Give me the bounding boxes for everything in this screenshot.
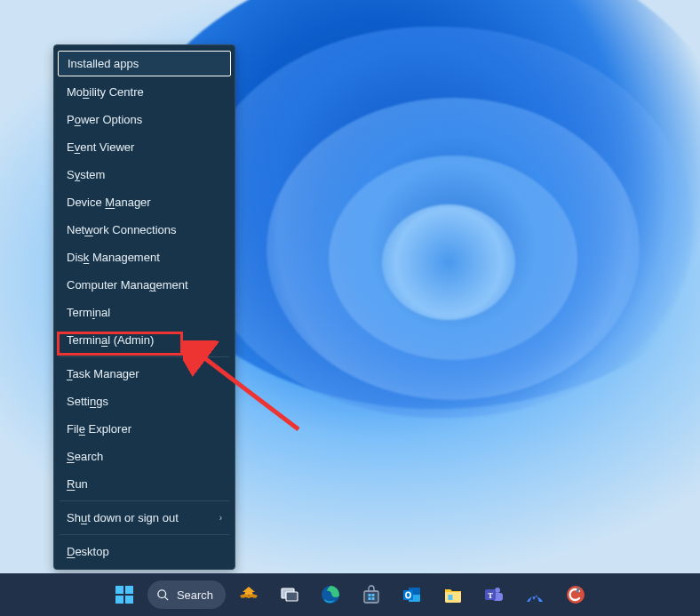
- menu-item-installed-apps[interactable]: Installed apps: [58, 51, 231, 76]
- svg-rect-5: [125, 596, 133, 604]
- menu-item-label: Shut down or sign out: [67, 511, 179, 524]
- menu-item-disk-management[interactable]: Disk Management: [54, 244, 235, 271]
- svg-rect-2: [115, 586, 123, 594]
- menu-item-label: Search: [67, 450, 103, 463]
- windows-icon: [114, 584, 135, 605]
- menu-item-settings[interactable]: Settings: [54, 388, 235, 415]
- menu-item-system[interactable]: System: [54, 161, 235, 188]
- svg-rect-15: [372, 597, 375, 600]
- menu-item-label: Mobility Centre: [67, 85, 144, 99]
- svg-rect-20: [449, 595, 453, 600]
- menu-item-shut-down-or-sign-out[interactable]: Shut down or sign out›: [54, 504, 235, 532]
- menu-item-task-manager[interactable]: Task Manager: [54, 360, 235, 388]
- svg-line-7: [164, 596, 168, 600]
- phoenix-icon: [238, 584, 259, 605]
- menu-item-label: Event Viewer: [67, 140, 134, 154]
- outlook-icon: [402, 584, 423, 605]
- svg-rect-3: [125, 586, 133, 594]
- menu-item-label: Run: [67, 477, 88, 491]
- menu-item-label: Installed apps: [68, 57, 139, 70]
- svg-rect-12: [369, 594, 371, 596]
- menu-item-terminal-admin-[interactable]: Terminal (Admin): [54, 326, 235, 354]
- menu-item-label: System: [67, 168, 105, 181]
- taskbar-search[interactable]: Search: [147, 580, 226, 609]
- menu-item-label: Task Manager: [67, 367, 139, 380]
- menu-item-label: Computer Management: [67, 278, 188, 292]
- svg-rect-14: [369, 597, 371, 600]
- menu-item-device-manager[interactable]: Device Manager: [54, 188, 235, 216]
- winx-context-menu: Installed appsMobility CentrePower Optio…: [53, 44, 235, 570]
- svg-text:T: T: [488, 591, 493, 600]
- menu-item-label: Desktop: [67, 545, 109, 558]
- taskbar-icon-edge[interactable]: [313, 577, 348, 612]
- folder-icon: [442, 584, 464, 605]
- taskbar-icon-nord[interactable]: [517, 577, 553, 612]
- ccleaner-icon: [565, 584, 586, 605]
- menu-item-mobility-centre[interactable]: Mobility Centre: [54, 78, 235, 106]
- chevron-right-icon: ›: [219, 513, 222, 523]
- menu-item-file-explorer[interactable]: File Explorer: [54, 415, 235, 443]
- store-icon: [361, 584, 382, 605]
- menu-item-power-options[interactable]: Power Options: [54, 106, 235, 133]
- nord-icon: [524, 584, 545, 605]
- menu-item-label: File Explorer: [67, 422, 131, 436]
- taskbar-icon-phoenix[interactable]: [231, 577, 266, 612]
- menu-item-label: Disk Management: [67, 251, 160, 264]
- menu-separator: [60, 500, 229, 501]
- svg-rect-13: [372, 594, 375, 596]
- menu-item-computer-management[interactable]: Computer Management: [54, 271, 235, 299]
- menu-item-event-viewer[interactable]: Event Viewer: [54, 133, 235, 161]
- taskbar-icon-ccleaner[interactable]: [558, 577, 593, 612]
- search-label: Search: [177, 588, 213, 602]
- svg-point-6: [158, 589, 166, 597]
- edge-icon: [320, 584, 341, 605]
- menu-separator: [60, 356, 229, 357]
- svg-rect-9: [286, 592, 298, 601]
- menu-item-network-connections[interactable]: Network Connections: [54, 216, 235, 244]
- start-button[interactable]: [107, 577, 142, 612]
- menu-item-label: Network Connections: [67, 223, 177, 236]
- taskbar-icon-store[interactable]: [354, 577, 389, 612]
- teams-icon: T: [483, 584, 505, 605]
- menu-item-search[interactable]: Search: [54, 443, 235, 470]
- svg-rect-11: [364, 591, 378, 603]
- menu-separator: [60, 534, 229, 535]
- taskbar-icon-task-view[interactable]: [272, 577, 307, 612]
- menu-item-label: Terminal (Admin): [67, 333, 154, 347]
- menu-item-label: Terminal: [67, 306, 110, 319]
- search-icon: [156, 588, 170, 602]
- task-view-icon: [279, 584, 300, 605]
- menu-item-terminal[interactable]: Terminal: [54, 299, 235, 326]
- taskbar-icon-outlook[interactable]: [394, 577, 430, 612]
- menu-item-run[interactable]: Run: [54, 470, 235, 498]
- taskbar-icon-teams[interactable]: T: [476, 577, 512, 612]
- menu-item-label: Settings: [67, 395, 108, 408]
- menu-item-label: Power Options: [67, 113, 142, 126]
- menu-item-desktop[interactable]: Desktop: [54, 538, 235, 565]
- taskbar: Search: [0, 573, 700, 616]
- menu-item-label: Device Manager: [67, 196, 151, 209]
- taskbar-icon-file-explorer[interactable]: [435, 577, 471, 612]
- svg-rect-4: [115, 596, 123, 604]
